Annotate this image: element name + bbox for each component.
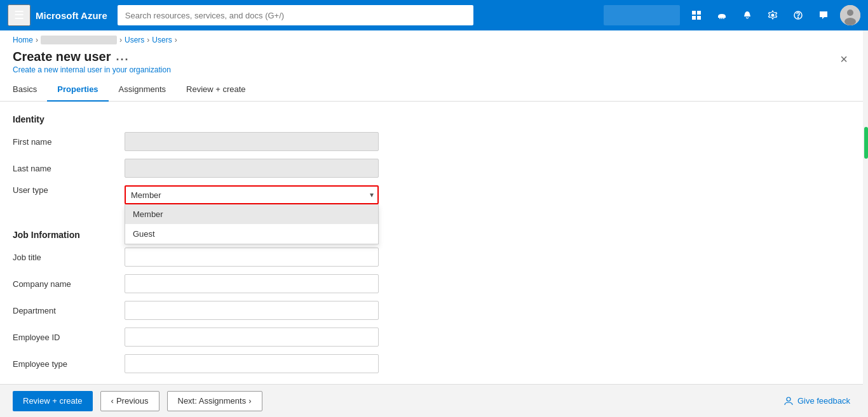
cloud-shell-button[interactable] — [710, 4, 733, 27]
breadcrumb: Home › › Users › Users › — [0, 30, 863, 47]
chevron-right-icon: › — [248, 396, 251, 406]
employee-id-label: Employee ID — [13, 333, 114, 342]
page-header-left: Create new user ... Create a new interna… — [13, 50, 171, 74]
tabs: Basics Properties Assignments Review + c… — [0, 79, 863, 102]
chevron-down-icon: ▾ — [370, 190, 374, 199]
notifications-button[interactable] — [736, 4, 759, 27]
user-type-dropdown-menu: Member Guest — [125, 204, 379, 244]
tab-properties[interactable]: Properties — [47, 79, 108, 102]
breadcrumb-sep4: › — [175, 36, 177, 44]
give-feedback-label: Give feedback — [797, 396, 850, 406]
previous-button[interactable]: ‹ Previous — [100, 391, 159, 411]
department-row: Department — [13, 301, 850, 320]
user-type-value: Member — [131, 190, 161, 200]
employee-type-input[interactable] — [125, 354, 379, 373]
breadcrumb-home[interactable]: Home — [13, 36, 33, 44]
user-box — [604, 5, 680, 25]
previous-label: Previous — [116, 396, 149, 406]
identity-section-title: Identity — [13, 114, 850, 124]
avatar[interactable] — [840, 5, 860, 25]
employee-id-row: Employee ID — [13, 328, 850, 347]
page-title: Create new user ... — [13, 50, 171, 64]
portal-icon-button[interactable] — [685, 4, 708, 27]
company-name-label: Company name — [13, 279, 114, 289]
company-name-input[interactable] — [125, 274, 379, 293]
breadcrumb-tenant[interactable] — [41, 36, 117, 44]
scroll-thumb[interactable] — [864, 127, 868, 159]
job-title-label: Job title — [13, 253, 114, 262]
breadcrumb-sep2: › — [119, 36, 122, 44]
chat-feedback-button[interactable] — [812, 4, 835, 27]
svg-rect-0 — [692, 11, 696, 15]
review-create-button[interactable]: Review + create — [13, 391, 93, 411]
page-header: Create new user ... Create a new interna… — [0, 47, 863, 79]
employee-type-row: Employee type — [13, 354, 850, 373]
brand-logo: Microsoft Azure — [36, 10, 107, 21]
svg-rect-1 — [697, 11, 701, 15]
content-area: Home › › Users › Users › Create new user… — [0, 30, 863, 417]
search-input[interactable] — [118, 5, 473, 25]
ellipsis-button[interactable]: ... — [116, 50, 130, 63]
department-input[interactable] — [125, 301, 379, 320]
breadcrumb-sep3: › — [147, 36, 149, 44]
last-name-input[interactable] — [125, 159, 379, 178]
tab-review-create[interactable]: Review + create — [176, 79, 256, 102]
first-name-row: First name — [13, 132, 850, 151]
user-type-label: User type — [13, 185, 114, 195]
user-type-dropdown-wrapper: Member ▾ Member Guest — [125, 185, 379, 204]
last-name-label: Last name — [13, 164, 114, 173]
chevron-left-icon: ‹ — [111, 396, 114, 406]
feedback-person-icon — [783, 396, 794, 406]
next-label: Next: Assignments — [178, 396, 247, 406]
svg-point-10 — [787, 397, 790, 401]
next-assignments-button[interactable]: Next: Assignments › — [167, 391, 262, 411]
tab-assignments[interactable]: Assignments — [109, 79, 176, 102]
breadcrumb-users2[interactable]: Users — [152, 36, 172, 44]
employee-type-label: Employee type — [13, 359, 114, 369]
main-wrapper: Home › › Users › Users › Create new user… — [0, 30, 868, 417]
close-button[interactable]: × — [837, 50, 850, 69]
give-feedback-button[interactable]: Give feedback — [783, 396, 850, 406]
breadcrumb-sep1: › — [36, 36, 38, 44]
breadcrumb-users1[interactable]: Users — [125, 36, 144, 44]
last-name-row: Last name — [13, 159, 850, 178]
svg-point-8 — [847, 10, 853, 16]
svg-rect-3 — [697, 16, 701, 20]
job-title-input[interactable] — [125, 248, 379, 267]
settings-button[interactable] — [761, 4, 784, 27]
bottom-bar: Review + create ‹ Previous Next: Assignm… — [0, 384, 863, 417]
topnav: ☰ Microsoft Azure — [0, 0, 868, 30]
option-guest[interactable]: Guest — [125, 224, 378, 244]
first-name-input[interactable] — [125, 132, 379, 151]
employee-id-input[interactable] — [125, 328, 379, 347]
svg-point-6 — [797, 17, 798, 18]
help-button[interactable] — [787, 4, 810, 27]
hamburger-button[interactable]: ☰ — [8, 4, 31, 26]
topnav-icons — [604, 4, 860, 27]
company-name-row: Company name — [13, 274, 850, 293]
svg-rect-2 — [692, 16, 696, 20]
page-title-text: Create new user — [13, 50, 111, 64]
tab-basics[interactable]: Basics — [13, 79, 47, 102]
job-title-row: Job title — [13, 248, 850, 267]
department-label: Department — [13, 306, 114, 315]
user-type-dropdown[interactable]: Member ▾ — [125, 185, 379, 204]
form-area: Identity First name Last name User type … — [0, 102, 863, 384]
svg-point-4 — [771, 14, 775, 17]
page-subtitle: Create a new internal user in your organ… — [13, 65, 171, 74]
option-member[interactable]: Member — [125, 204, 378, 224]
scrollbar — [863, 30, 868, 417]
user-type-row: User type Member ▾ Member Guest — [13, 185, 850, 204]
svg-point-9 — [844, 18, 856, 25]
first-name-label: First name — [13, 137, 114, 147]
